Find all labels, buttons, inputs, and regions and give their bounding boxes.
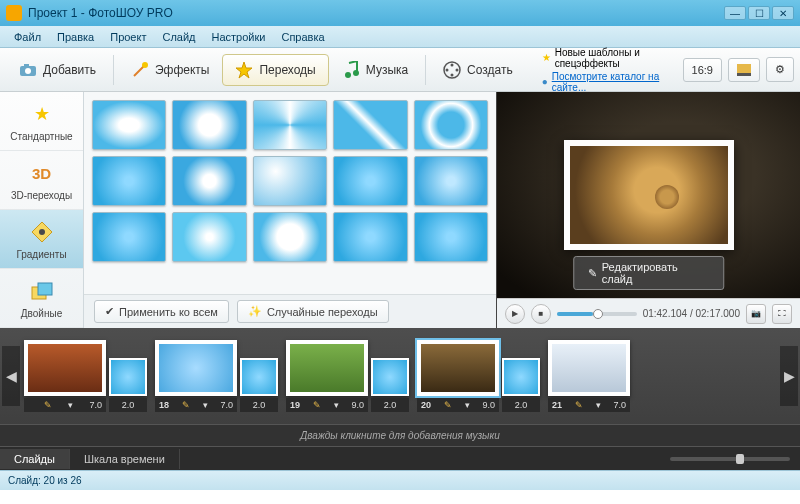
window-title: Проект 1 - ФотоШОУ PRO xyxy=(28,6,724,20)
transition-thumb[interactable] xyxy=(92,212,166,262)
sidebar-item-gradients[interactable]: Градиенты xyxy=(0,210,83,269)
pencil-icon[interactable]: ✎ xyxy=(44,400,52,410)
chevron-down-icon[interactable]: ▾ xyxy=(334,400,339,410)
create-label: Создать xyxy=(467,63,513,77)
slide-image[interactable] xyxy=(155,340,237,396)
apply-all-button[interactable]: ✔Применить ко всем xyxy=(94,300,229,323)
transition-thumb[interactable]: 2.0 xyxy=(240,358,278,412)
maximize-button[interactable]: ☐ xyxy=(748,6,770,20)
pencil-icon[interactable]: ✎ xyxy=(575,400,583,410)
stop-button[interactable]: ■ xyxy=(531,304,551,324)
slide-duration: 9.0 xyxy=(351,400,364,410)
pencil-icon[interactable]: ✎ xyxy=(313,400,321,410)
chevron-down-icon[interactable]: ▾ xyxy=(465,400,470,410)
menu-edit[interactable]: Правка xyxy=(49,29,102,45)
info-panel: ★Новые шаблоны и спецэффекты ●Посмотрите… xyxy=(542,47,683,93)
music-button[interactable]: Музыка xyxy=(329,54,421,86)
random-transitions-button[interactable]: ✨Случайные переходы xyxy=(237,300,389,323)
play-button[interactable]: ▶ xyxy=(505,304,525,324)
slide-thumb[interactable]: 20✎▾9.0 xyxy=(417,340,499,412)
add-button[interactable]: Добавить xyxy=(6,54,109,86)
effects-button[interactable]: Эффекты xyxy=(118,54,223,86)
snapshot-button[interactable]: 📷 xyxy=(746,304,766,324)
zoom-slider[interactable] xyxy=(670,457,790,461)
transition-thumb[interactable] xyxy=(414,100,488,150)
slide-image[interactable] xyxy=(24,340,106,396)
slide-thumb[interactable]: 21✎▾7.0 xyxy=(548,340,630,412)
gallery-footer: ✔Применить ко всем ✨Случайные переходы xyxy=(84,294,496,328)
display-button[interactable] xyxy=(728,58,760,82)
aspect-ratio-button[interactable]: 16:9 xyxy=(683,58,722,82)
fullscreen-button[interactable]: ⛶ xyxy=(772,304,792,324)
pencil-icon[interactable]: ✎ xyxy=(444,400,452,410)
create-button[interactable]: Создать xyxy=(430,54,526,86)
separator xyxy=(113,55,114,85)
preview-canvas[interactable]: ✎Редактировать слайд xyxy=(497,92,800,298)
transition-thumb[interactable] xyxy=(172,100,246,150)
sidebar-item-double[interactable]: Двойные xyxy=(0,269,83,328)
tab-timescale[interactable]: Шкала времени xyxy=(70,449,180,469)
minimize-button[interactable]: — xyxy=(724,6,746,20)
svg-rect-12 xyxy=(737,64,751,73)
slide-number: 18 xyxy=(159,400,169,410)
transition-thumb[interactable] xyxy=(333,156,407,206)
transition-thumb[interactable]: 2.0 xyxy=(109,358,147,412)
slide-thumb[interactable]: ✎▾7.0 xyxy=(24,340,106,412)
chevron-down-icon[interactable]: ▾ xyxy=(203,400,208,410)
transition-image[interactable] xyxy=(109,358,147,396)
right-tools: 16:9 ⚙ xyxy=(683,57,794,82)
transition-thumb[interactable] xyxy=(172,212,246,262)
transitions-button[interactable]: Переходы xyxy=(222,54,328,86)
transition-thumb[interactable] xyxy=(414,156,488,206)
slide-image[interactable] xyxy=(286,340,368,396)
slide-block: 20✎▾9.02.0 xyxy=(417,340,540,412)
transition-thumb[interactable] xyxy=(172,156,246,206)
seek-bar[interactable] xyxy=(557,312,637,316)
menu-settings[interactable]: Настройки xyxy=(204,29,274,45)
transition-thumb[interactable] xyxy=(92,156,166,206)
timeline-slides[interactable]: ◀ ▶ ✎▾7.02.018✎▾7.02.019✎▾9.02.020✎▾9.02… xyxy=(0,328,800,424)
transition-thumb[interactable] xyxy=(253,156,327,206)
transition-thumb[interactable] xyxy=(333,212,407,262)
transition-thumb[interactable] xyxy=(414,212,488,262)
svg-point-15 xyxy=(39,229,45,235)
transition-thumb[interactable]: 2.0 xyxy=(502,358,540,412)
sidebar-item-label: Градиенты xyxy=(4,249,79,260)
menu-file[interactable]: Файл xyxy=(6,29,49,45)
tab-slides[interactable]: Слайды xyxy=(0,449,70,469)
transition-image[interactable] xyxy=(371,358,409,396)
menu-project[interactable]: Проект xyxy=(102,29,154,45)
sidebar-item-standard[interactable]: ★ Стандартные xyxy=(0,92,83,151)
settings-button[interactable]: ⚙ xyxy=(766,57,794,82)
transition-thumb[interactable] xyxy=(333,100,407,150)
close-button[interactable]: ✕ xyxy=(772,6,794,20)
transition-image[interactable] xyxy=(502,358,540,396)
transition-thumb[interactable] xyxy=(92,100,166,150)
menu-slide[interactable]: Слайд xyxy=(154,29,203,45)
chevron-down-icon[interactable]: ▾ xyxy=(68,400,73,410)
transition-thumb[interactable] xyxy=(253,212,327,262)
music-track[interactable]: Дважды кликните для добавления музыки xyxy=(0,424,800,446)
timeline-next-button[interactable]: ▶ xyxy=(780,346,798,406)
slide-block: 19✎▾9.02.0 xyxy=(286,340,409,412)
sidebar-item-3d[interactable]: 3D 3D-переходы xyxy=(0,151,83,210)
slide-thumb[interactable]: 18✎▾7.0 xyxy=(155,340,237,412)
slide-image[interactable] xyxy=(417,340,499,396)
preview-image xyxy=(570,146,728,244)
catalog-link[interactable]: Посмотрите каталог на сайте... xyxy=(552,71,683,93)
transition-thumb[interactable] xyxy=(253,100,327,150)
svg-point-1 xyxy=(25,68,31,74)
menu-help[interactable]: Справка xyxy=(273,29,332,45)
pencil-icon[interactable]: ✎ xyxy=(182,400,190,410)
slide-thumb[interactable]: 19✎▾9.0 xyxy=(286,340,368,412)
transition-image[interactable] xyxy=(240,358,278,396)
star-icon xyxy=(235,61,253,79)
edit-slide-button[interactable]: ✎Редактировать слайд xyxy=(573,256,725,290)
chevron-down-icon[interactable]: ▾ xyxy=(596,400,601,410)
slide-image[interactable] xyxy=(548,340,630,396)
timeline-prev-button[interactable]: ◀ xyxy=(2,346,20,406)
svg-point-10 xyxy=(451,73,454,76)
add-label: Добавить xyxy=(43,63,96,77)
transition-thumb[interactable]: 2.0 xyxy=(371,358,409,412)
slide-number: 19 xyxy=(290,400,300,410)
